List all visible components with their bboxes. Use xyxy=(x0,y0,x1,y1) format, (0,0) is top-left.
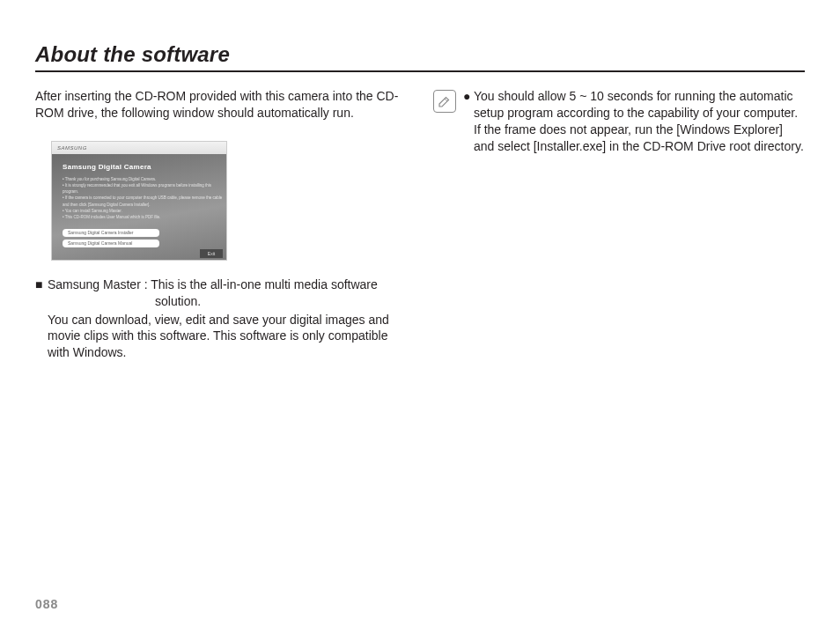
samsung-master-label: Samsung Master : xyxy=(48,277,151,291)
installer-button: Samsung Digital Camera Manual xyxy=(63,240,159,247)
title-rule: About the software xyxy=(35,42,805,72)
right-column: ● You should allow 5 ~ 10 seconds for ru… xyxy=(433,88,805,361)
pencil-note-icon xyxy=(437,93,453,109)
left-column: After inserting the CD-ROM provided with… xyxy=(35,88,407,361)
installer-bullet: This CD-ROM includes User Manual which i… xyxy=(63,214,226,220)
installer-buttons: Samsung Digital Camera Installer Samsung… xyxy=(63,226,159,247)
note-icon xyxy=(433,90,456,113)
installer-body: Samsung Digital Camera Thank you for pur… xyxy=(52,154,226,260)
page-number: 088 xyxy=(35,597,58,611)
installer-titlebar: SAMSUNG xyxy=(52,142,226,154)
page-title: About the software xyxy=(35,42,805,67)
samsung-master-desc-first: This is the all-in-one multi media softw… xyxy=(151,277,378,291)
installer-bullets: Thank you for purchasing Samsung Digital… xyxy=(63,176,226,220)
svg-rect-0 xyxy=(438,95,452,108)
columns: After inserting the CD-ROM provided with… xyxy=(35,88,805,361)
samsung-master-desc-cont: solution. xyxy=(35,293,407,310)
manual-page: About the software After inserting the C… xyxy=(0,0,840,634)
bullet-icon: ● xyxy=(463,88,474,155)
note-item: ● You should allow 5 ~ 10 seconds for ru… xyxy=(463,88,805,155)
installer-screenshot: SAMSUNG Samsung Digital Camera Thank you… xyxy=(51,141,227,261)
intro-text: After inserting the CD-ROM provided with… xyxy=(35,88,407,122)
installer-exit-button: Exit xyxy=(200,249,223,258)
note-block: ● You should allow 5 ~ 10 seconds for ru… xyxy=(433,88,805,155)
installer-bullet: You can install Samsung Master. xyxy=(63,208,226,214)
installer-bullet: Thank you for purchasing Samsung Digital… xyxy=(63,176,226,182)
installer-button: Samsung Digital Camera Installer xyxy=(63,229,159,237)
installer-bullet: It is strongly recommended that you exit… xyxy=(63,182,226,195)
installer-heading: Samsung Digital Camera xyxy=(63,163,226,171)
note-text: You should allow 5 ~ 10 seconds for runn… xyxy=(474,88,805,155)
samsung-master-block: ■ Samsung Master : This is the all-in-on… xyxy=(35,276,407,361)
samsung-master-body: You can download, view, edit and save yo… xyxy=(35,312,407,362)
note-list: ● You should allow 5 ~ 10 seconds for ru… xyxy=(463,88,805,155)
installer-bullet: If the camera is connected to your compu… xyxy=(63,195,226,207)
samsung-logo: SAMSUNG xyxy=(57,145,87,151)
square-bullet-icon: ■ xyxy=(35,276,48,293)
